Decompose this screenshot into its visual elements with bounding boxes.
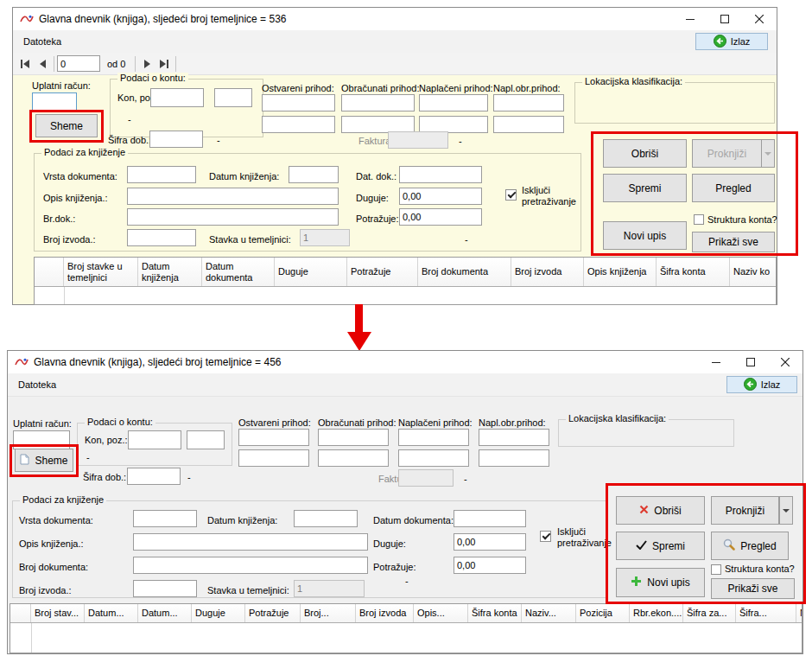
- obracunati-prihod-input-2[interactable]: [341, 116, 415, 133]
- konto-input[interactable]: [150, 88, 204, 107]
- broj-dokumenta-input[interactable]: [133, 557, 368, 574]
- column-header[interactable]: Duguje: [192, 604, 245, 622]
- move-previous-icon[interactable]: [34, 55, 51, 72]
- column-header[interactable]: Broj izvoda: [511, 258, 584, 286]
- column-header[interactable]: Datum...: [85, 604, 138, 622]
- column-header[interactable]: Naziv ko: [730, 258, 776, 286]
- vrsta-dokumenta-input[interactable]: [127, 166, 196, 183]
- ostvareni-prihod-input-2[interactable]: [262, 116, 335, 133]
- column-header[interactable]: Rbr.ekon....: [630, 604, 683, 622]
- konto-input[interactable]: [128, 430, 181, 449]
- column-header[interactable]: Opis knjiženja: [584, 258, 657, 286]
- potrazuje-label: Potražuje:: [356, 213, 399, 224]
- napl-obr-prihod-input-1[interactable]: [493, 94, 564, 111]
- napl-obr-prihod-input-2[interactable]: [493, 116, 564, 133]
- menu-datoteka[interactable]: Datoteka: [16, 30, 68, 53]
- grid-body[interactable]: [10, 623, 802, 653]
- datum-knjizenja-input[interactable]: [289, 166, 339, 183]
- close-button[interactable]: [742, 8, 777, 30]
- grid-body[interactable]: [35, 287, 776, 305]
- pozicija-input[interactable]: [214, 88, 252, 107]
- minimize-button[interactable]: [699, 351, 733, 373]
- kon-poz-label: Kon, poz.:: [85, 435, 128, 445]
- obracunati-prihod-input-1[interactable]: [341, 94, 415, 111]
- iskljuci-checkbox[interactable]: [540, 531, 551, 542]
- column-header[interactable]: Šifra konta: [657, 258, 730, 286]
- grid-header-row: Broj stavke u temeljnici Datum knjiženja…: [35, 258, 776, 287]
- record-count-label: od 0: [107, 59, 125, 69]
- sifra-dob-input[interactable]: [127, 468, 181, 485]
- move-next-icon[interactable]: [138, 55, 155, 72]
- column-header[interactable]: Datum...: [138, 604, 192, 622]
- ostvareni-prihod-label: Ostvareni prihod:: [238, 417, 311, 428]
- minimize-button[interactable]: [673, 8, 707, 30]
- broj-izvoda-label: Broj izvoda.:: [19, 585, 72, 595]
- napl-obr-prihod-input-2[interactable]: [479, 449, 549, 467]
- broj-izvoda-input[interactable]: [133, 580, 197, 597]
- uplatni-racun-input[interactable]: [32, 92, 77, 111]
- obracunati-prihod-input-2[interactable]: [318, 449, 389, 467]
- sifra-dob-label: Šifra dob.:: [83, 472, 126, 482]
- naplaceni-prihod-input-2[interactable]: [419, 116, 488, 133]
- column-header[interactable]: Opis...: [414, 604, 468, 622]
- column-header[interactable]: N: [796, 604, 802, 622]
- column-header[interactable]: Broj...: [301, 604, 356, 622]
- datum-dokumenta-input[interactable]: [454, 510, 526, 527]
- window-title: Glavna dnevnik (knjiga), sljedeći broj t…: [39, 13, 286, 25]
- position-input[interactable]: [57, 55, 100, 72]
- izlaz-button[interactable]: Izlaz: [695, 33, 768, 50]
- naplaceni-prihod-input-2[interactable]: [398, 449, 469, 467]
- iskljuci-checkbox[interactable]: [505, 189, 517, 201]
- duguje-input[interactable]: [399, 188, 482, 205]
- maximize-button[interactable]: [733, 351, 768, 373]
- potrazuje-input[interactable]: [399, 208, 482, 226]
- column-header[interactable]: Broj izvoda: [356, 604, 414, 622]
- sifra-dob-input[interactable]: [149, 131, 203, 148]
- move-last-icon[interactable]: [155, 55, 173, 72]
- row-selector-header[interactable]: [10, 604, 31, 622]
- column-header[interactable]: Datum knjiženja: [138, 258, 202, 286]
- iskljuci-label: Isključi pretraživanje: [557, 526, 612, 549]
- br-dok-input[interactable]: [127, 208, 339, 226]
- column-header[interactable]: Broj stav...: [31, 604, 85, 622]
- column-header[interactable]: Šifra konta: [468, 604, 522, 622]
- duguje-input[interactable]: [454, 533, 526, 551]
- grid-gridline: [31, 623, 32, 653]
- move-first-icon[interactable]: [16, 55, 34, 72]
- close-button[interactable]: [768, 351, 802, 373]
- pozicija-input[interactable]: [187, 430, 225, 449]
- naplaceni-prihod-input-1[interactable]: [419, 94, 488, 111]
- opis-knjizenja-input[interactable]: [133, 533, 368, 551]
- column-header[interactable]: Broj dokumenta: [418, 258, 511, 286]
- uplatni-racun-label: Uplatni račun:: [32, 80, 91, 91]
- ostvareni-prihod-input-2[interactable]: [238, 449, 309, 467]
- maximize-button[interactable]: [707, 8, 742, 30]
- column-header[interactable]: Potražuje: [347, 258, 418, 286]
- datum-knjizenja-input[interactable]: [294, 510, 358, 527]
- izlaz-label: Izlaz: [761, 379, 781, 390]
- column-header[interactable]: Broj stavke u temeljnici: [64, 258, 138, 286]
- vrsta-dokumenta-input[interactable]: [133, 510, 197, 527]
- column-header[interactable]: Duguje: [275, 258, 347, 286]
- ostvareni-prihod-input-1[interactable]: [238, 429, 309, 446]
- broj-izvoda-input[interactable]: [127, 229, 196, 246]
- column-header[interactable]: Potražuje: [245, 604, 301, 622]
- opis-knjizenja-input[interactable]: [127, 188, 339, 205]
- izlaz-button[interactable]: Izlaz: [726, 376, 797, 393]
- column-header[interactable]: Pozicija: [576, 604, 630, 622]
- bottom-menubar: Datoteka Izlaz: [8, 373, 802, 397]
- menu-datoteka[interactable]: Datoteka: [11, 373, 63, 396]
- column-header[interactable]: Šifra za...: [683, 604, 736, 622]
- napl-obr-prihod-input-1[interactable]: [479, 429, 549, 446]
- ostvareni-prihod-input-1[interactable]: [262, 94, 335, 111]
- potrazuje-input[interactable]: [454, 557, 526, 574]
- row-selector-header[interactable]: [35, 258, 64, 286]
- dat-dok-input[interactable]: [399, 166, 482, 183]
- obracunati-prihod-input-1[interactable]: [318, 429, 389, 446]
- column-header[interactable]: Naziv...: [522, 604, 576, 622]
- column-header[interactable]: Šifra...: [736, 604, 796, 622]
- potrazuje-label: Potražuje:: [373, 562, 416, 572]
- ostvareni-prihod-label: Ostvareni prihod:: [262, 83, 334, 93]
- column-header[interactable]: Datum dokumenta: [202, 258, 275, 286]
- naplaceni-prihod-input-1[interactable]: [398, 429, 469, 446]
